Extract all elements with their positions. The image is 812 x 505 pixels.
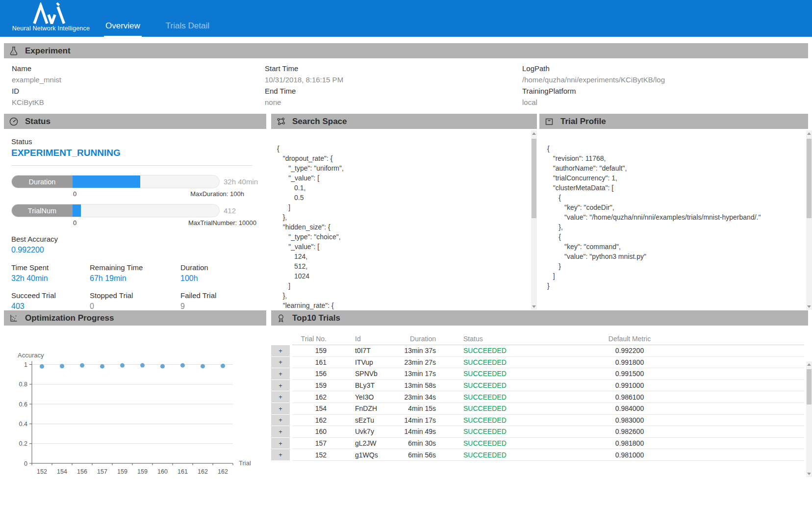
trial-profile-scrollbar[interactable]	[806, 130, 812, 310]
expand-row-button[interactable]: +	[271, 368, 290, 380]
expand-row-button[interactable]: +	[271, 426, 290, 438]
table-row-cells: 154FnDZH4min 15sSUCCEEDED0.984000	[292, 403, 804, 415]
trial-no-cell: 159	[292, 347, 327, 354]
trial-no-cell: 162	[292, 393, 327, 401]
scrollbar-thumb[interactable]	[532, 139, 536, 218]
duration-cell: 23min 27s	[385, 358, 436, 366]
duration-max: MaxDuration: 100h	[190, 190, 244, 198]
y-tick-label: 0.4	[19, 421, 27, 428]
default-metric-cell: 0.991000	[539, 381, 720, 389]
duration-cell: 6min 30s	[385, 439, 436, 447]
trialnum-min: 0	[73, 219, 76, 227]
scroll-up-icon[interactable]	[806, 130, 812, 137]
scrollbar-thumb[interactable]	[807, 139, 812, 218]
y-tick-label: 0.8	[19, 381, 27, 388]
search-space-json: { "dropout_rate": { "_type": "uniform", …	[277, 144, 344, 310]
scrollbar-thumb[interactable]	[807, 369, 812, 404]
stat-time-spent: Time Spent 32h 40min	[11, 263, 90, 283]
duration-min: 0	[73, 190, 76, 198]
trial-no-cell: 161	[292, 358, 327, 366]
best-accuracy-value: 0.992200	[11, 246, 259, 254]
table-row-cells: 162sEzTu14min 17sSUCCEEDED0.983000	[292, 415, 804, 427]
scroll-down-icon[interactable]	[806, 471, 812, 477]
field-value: 10/31/2018, 8:16:15 PM	[265, 74, 343, 85]
flask-icon	[9, 46, 19, 56]
expand-row-button[interactable]: +	[271, 403, 290, 415]
tab-overview[interactable]: Overview	[104, 21, 142, 37]
table-row-cells: 162YeI3O23min 34sSUCCEEDED0.986100	[292, 391, 804, 403]
expand-row-button[interactable]: +	[271, 449, 290, 461]
nni-logo: Neural Network Intelligence	[9, 2, 93, 32]
top10-scrollbar[interactable]	[806, 361, 812, 477]
medal-icon	[276, 313, 286, 323]
trial-no-cell: 160	[292, 428, 327, 435]
expand-row-button[interactable]: +	[271, 380, 290, 392]
search-space-panel: Search Space { "dropout_rate": { "_type"…	[271, 114, 537, 310]
field-label: LogPath	[522, 63, 665, 74]
stat-duration: Duration 100h	[180, 263, 259, 283]
best-accuracy-label: Best Accuracy	[11, 235, 259, 243]
scatter-point	[201, 364, 205, 368]
x-tick-label: 162	[218, 468, 228, 475]
scroll-up-icon[interactable]	[531, 130, 537, 137]
trial-profile-json: { "revision": 11768, "authorName": "defa…	[547, 144, 761, 291]
trialnum-minmax: 0 MaxTrialNumber: 10000	[73, 219, 256, 227]
duration-progress-row: Duration 32h 40min	[11, 175, 259, 188]
duration-cell: 6min 56s	[385, 451, 436, 459]
trial-no-cell: 156	[292, 370, 327, 378]
duration-cell: 23min 34s	[385, 393, 436, 401]
status-cell: SUCCEEDED	[436, 370, 539, 378]
search-space-scrollbar[interactable]	[531, 130, 537, 310]
table-row: +154FnDZH4min 15sSUCCEEDED0.984000	[271, 403, 804, 415]
x-axis-title: Trial	[239, 459, 251, 467]
field-value: /home/quzha/nni/experiments/KCiBytKB/log	[522, 74, 665, 85]
table-row: +160Uvk7y14min 49sSUCCEEDED0.982600	[271, 426, 804, 438]
status-label: Status	[11, 137, 259, 146]
field-value: example_mnist	[12, 74, 61, 85]
top10-section-header: Top10 Trials	[271, 310, 808, 326]
scatter-point	[80, 363, 84, 368]
nni-logo-icon	[31, 2, 71, 24]
scroll-down-icon[interactable]	[806, 303, 812, 310]
table-row-cells: 161ITVup23min 27sSUCCEEDED0.991800	[292, 357, 804, 369]
x-tick-label: 161	[178, 468, 188, 475]
status-cell: SUCCEEDED	[436, 347, 539, 354]
optimization-chart[interactable]: Accuracy00.20.40.60.81152154156157159159…	[4, 336, 266, 483]
expand-row-button[interactable]: +	[271, 391, 290, 403]
expand-row-button[interactable]: +	[271, 345, 290, 357]
col-duration: Duration	[385, 335, 436, 343]
trialnum-bar-label: TrialNum	[12, 204, 73, 217]
col-default-metric: Default Metric	[539, 335, 720, 343]
top10-table-header: Trial No. Id Duration Status Default Met…	[292, 332, 804, 345]
y-tick-label: 0.2	[19, 440, 27, 447]
table-row-cells: 159BLy3T13min 58sSUCCEEDED0.991000	[292, 380, 804, 392]
trialnum-max: MaxTrialNumber: 10000	[188, 219, 256, 227]
trial-id-cell: gL2JW	[327, 439, 385, 447]
stat-succeed-trial: Succeed Trial 403	[11, 291, 90, 310]
default-metric-cell: 0.982600	[539, 428, 720, 435]
trial-id-cell: Uvk7y	[327, 428, 385, 435]
expand-row-button[interactable]: +	[271, 438, 290, 450]
scatter-point	[221, 364, 225, 368]
trial-id-cell: ITVup	[327, 358, 385, 366]
experiment-col-2: Start Time 10/31/2018, 8:16:15 PM End Ti…	[265, 63, 343, 108]
network-icon	[276, 117, 286, 126]
expand-row-button[interactable]: +	[271, 415, 290, 427]
expand-row-button[interactable]: +	[271, 357, 290, 369]
x-tick-label: 162	[198, 468, 208, 475]
experiment-status-value: EXPERIMENT_RUNNING	[11, 148, 259, 158]
y-tick-label: 0	[24, 460, 27, 467]
scroll-down-icon[interactable]	[531, 303, 537, 310]
table-row: +161ITVup23min 27sSUCCEEDED0.991800	[271, 357, 804, 369]
x-tick-label: 156	[77, 468, 87, 475]
duration-cell: 13min 17s	[385, 370, 436, 378]
trialnum-progress-bar: TrialNum	[11, 204, 220, 217]
table-row: +159t0I7T13min 37sSUCCEEDED0.992200	[271, 345, 804, 357]
duration-bar-fill	[73, 176, 140, 188]
table-row: +162sEzTu14min 17sSUCCEEDED0.983000	[271, 415, 804, 427]
scatter-point	[140, 363, 145, 368]
experiment-col-3: LogPath /home/quzha/nni/experiments/KCiB…	[522, 63, 665, 108]
duration-progress-bar: Duration	[11, 175, 220, 188]
tab-trials-detail[interactable]: Trials Detail	[164, 21, 211, 37]
scroll-up-icon[interactable]	[806, 361, 812, 368]
